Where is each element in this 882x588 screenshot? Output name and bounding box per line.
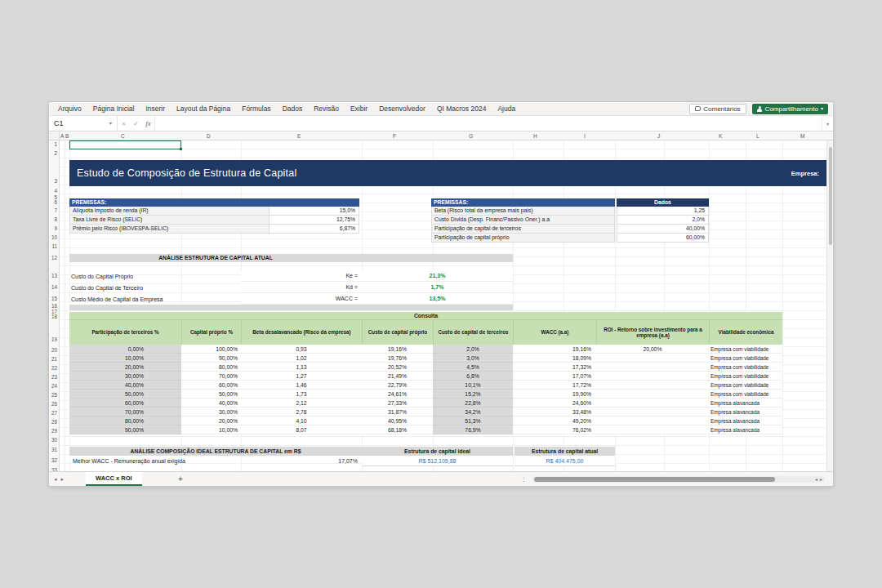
cell-capital-proprio[interactable]: 50,00% [181,390,241,399]
row-header-1[interactable]: 1 [54,141,57,147]
premissa-row[interactable]: Alíquota imposto de renda (IR) 15,0% [69,207,359,216]
cell-custo-terceiros[interactable]: 22,8% [433,399,513,408]
add-sheet-button[interactable]: + [178,472,183,486]
formula-input[interactable] [154,116,822,131]
selected-cell-c1[interactable] [69,140,181,149]
cell-beta[interactable]: 1,73 [241,390,362,399]
cell-roi[interactable] [596,354,709,363]
cell-capital-proprio[interactable]: 40,00% [181,399,241,408]
cell-viabilidade[interactable]: Empresa com viabilidade [709,363,782,372]
column-header-A[interactable]: A [60,133,64,139]
vertical-scrollbar[interactable] [826,140,833,471]
row-header-14[interactable]: 14 [51,284,57,290]
cell-roi[interactable] [596,363,709,372]
col-header-roi[interactable]: ROI - Retorno sobre investimento para a … [596,320,709,345]
hscroll-right-icon[interactable]: ▸ [820,476,822,482]
table-row[interactable]: 30,00% 70,00% 1,27 21,49% 6,8% 17,07% Em… [69,372,782,381]
row-header-12[interactable]: 12 [51,255,57,261]
col-header-capital-proprio[interactable]: Capital próprio % [181,320,241,345]
cell-custo-proprio[interactable]: 19,16% [362,345,433,354]
column-header-C[interactable]: C [121,133,125,139]
column-header-F[interactable]: F [393,133,396,139]
sheet-grid[interactable]: 1234567891011121314151617181920212223242… [49,140,833,471]
col-header-custo-capital-terceiros[interactable]: Custo de capital de terceiros [433,320,513,345]
premissa-row[interactable]: Taxa Livre de Risco (SELIC) 12,75% [69,216,359,225]
cell-viabilidade[interactable]: Empresa com viabilidade [709,372,782,381]
cell-beta[interactable]: 1,27 [241,372,362,381]
ribbon-tab[interactable]: Layout da Página [171,105,236,113]
table-row[interactable]: 70,00% 30,00% 2,78 31,87% 34,2% 33,48% E… [69,408,782,416]
row-header-31[interactable]: 31 [51,447,57,452]
row-header-6[interactable]: 6 [54,199,57,205]
cell-custo-terceiros[interactable]: 3,0% [433,354,513,363]
cell-roi[interactable] [596,372,709,381]
cell-custo-proprio[interactable]: 40,95% [362,416,433,425]
analise-ideal-header[interactable]: ANÁLISE COMPOSIÇÃO IDEAL ESTRUTURA DE CA… [69,447,362,456]
cell-capital-proprio[interactable]: 80,00% [181,363,241,372]
melhor-wacc-value[interactable]: 17,07% [278,456,358,466]
premissas-right-header[interactable]: PREMISSAS: [431,198,615,207]
premissa-row[interactable]: Beta (Risco total da empresa mais pais) … [431,207,709,216]
row-header-21[interactable]: 21 [51,356,57,362]
col-header-viabilidade[interactable]: Viabilidade econômica [709,320,782,345]
column-header-J[interactable]: J [657,133,660,139]
column-header-K[interactable]: K [719,133,722,139]
row-header-4[interactable]: 4 [54,188,57,194]
cell-beta[interactable]: 1,13 [241,363,362,372]
cell-beta[interactable]: 0,93 [241,345,362,354]
cell-viabilidade[interactable]: Empresa alavancada [709,408,782,416]
row-header-25[interactable]: 25 [51,392,57,398]
consulta-title[interactable]: Consulta [69,312,782,320]
cell-custo-terceiros[interactable]: 6,8% [433,372,513,381]
cell-participacao-terceiros[interactable]: 80,00% [69,416,181,425]
cell-roi[interactable] [596,416,709,425]
vertical-scrollbar-thumb[interactable] [829,147,832,245]
cell-capital-proprio[interactable]: 30,00% [181,408,241,416]
hscroll-left-icon[interactable]: ◂ [815,476,817,482]
cell-participacao-terceiros[interactable]: 50,00% [69,390,181,399]
cell-custo-proprio[interactable]: 27,33% [362,399,433,408]
cell-wacc[interactable]: 49,20% [513,416,596,425]
row-header-8[interactable]: 8 [54,216,57,222]
sheet-prev-icon[interactable]: ◂ [54,476,57,483]
cell-viabilidade[interactable]: Empresa com viabilidade [709,345,782,354]
cell-wacc[interactable]: 24,60% [513,399,596,408]
horizontal-scrollbar[interactable] [532,476,825,483]
melhor-wacc-label[interactable]: Melhor WACC - Remuneração anual exigida [71,456,267,466]
cell-wacc[interactable]: 17,07% [513,372,596,381]
cell-capital-proprio[interactable]: 90,00% [181,354,241,363]
table-row[interactable]: 60,00% 40,00% 2,12 27,33% 22,8% 24,60% E… [69,399,782,408]
cell-wacc[interactable]: 19,90% [513,390,596,399]
table-row[interactable]: 90,00% 10,00% 8,07 68,18% 76,9% 76,02% E… [69,425,782,434]
cell-viabilidade[interactable]: Empresa com viabilidade [709,381,782,390]
name-box[interactable]: C1 ▾ [49,116,118,131]
cell-custo-proprio[interactable]: 21,49% [362,372,433,381]
cell-beta[interactable]: 8,07 [241,425,362,434]
cell-viabilidade[interactable]: Empresa alavancada [709,425,782,434]
cell-wacc[interactable]: 17,72% [513,381,596,390]
table-row[interactable]: 0,00% 100,00% 0,93 19,16% 2,0% 19,16% 20… [69,345,782,354]
cell-capital-proprio[interactable]: 100,00% [181,345,241,354]
column-header-B[interactable]: B [65,133,69,139]
premissas-left-header[interactable]: PREMISSAS: [69,198,359,207]
column-header-G[interactable]: G [469,133,473,139]
cell-participacao-terceiros[interactable]: 0,00% [69,345,181,354]
name-box-dropdown-icon[interactable]: ▾ [109,121,112,126]
row-header-30[interactable]: 30 [51,437,57,443]
estrutura-atual-value[interactable]: R$ 404.475,00 [514,456,615,466]
cell-viabilidade[interactable]: Empresa alavancada [709,416,782,425]
col-header-wacc[interactable]: WACC (a.a) [513,320,596,345]
cell-participacao-terceiros[interactable]: 60,00% [69,399,181,408]
cell-roi[interactable] [596,390,709,399]
col-header-beta-desalavancado[interactable]: Beta desalavancado (Risco da empresa) [241,320,362,345]
row-header-19[interactable]: 19 [51,336,57,342]
cell-participacao-terceiros[interactable]: 90,00% [69,425,181,434]
cell-wacc[interactable]: 19,16% [513,345,596,354]
cell-beta[interactable]: 2,78 [241,408,362,416]
row-header-7[interactable]: 7 [54,207,57,213]
row-header-33[interactable]: 33 [51,467,57,471]
dados-header[interactable]: Dados [617,198,709,207]
row-header-2[interactable]: 2 [54,150,57,156]
cell-viabilidade[interactable]: Empresa alavancada [709,399,782,408]
cell-custo-proprio[interactable]: 22,79% [362,381,433,390]
